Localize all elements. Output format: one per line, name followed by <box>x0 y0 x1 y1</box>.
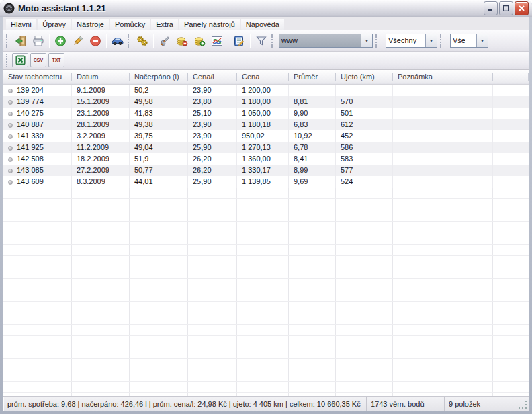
delete-record-button[interactable] <box>87 32 104 50</box>
column-header-fuel[interactable]: Načerpáno (l) <box>130 70 188 84</box>
table-cell: 501 <box>336 108 393 119</box>
table-cell <box>3 302 72 313</box>
toolbar-grip[interactable] <box>6 34 11 48</box>
toolbar-grip[interactable] <box>6 54 11 67</box>
column-header-note[interactable]: Poznámka <box>393 70 493 84</box>
column-header-distance[interactable]: Ujeto (km) <box>336 70 393 84</box>
vehicle-filter-combo[interactable]: Všechny ▼ <box>386 34 437 48</box>
table-cell: 143 609 <box>3 176 72 188</box>
table-row[interactable]: 140 88728.1.200949,3823,901 180,186,8361… <box>3 119 529 130</box>
resize-grip[interactable] <box>519 401 527 409</box>
excel-export-button[interactable] <box>12 53 28 67</box>
minimize-button[interactable] <box>484 1 498 15</box>
table-cell <box>3 313 72 324</box>
toolbar-grip[interactable] <box>271 34 276 48</box>
menu-panely-nastroju[interactable]: Panely nástrojů <box>179 19 240 30</box>
table-row[interactable]: 141 92511.2.200949,0425,901 270,136,7858… <box>3 142 529 153</box>
table-row[interactable]: 141 3393.2.200939,7523,90950,0210,92452 <box>3 130 529 142</box>
tools-button[interactable] <box>156 32 173 50</box>
table-cell: 26,20 <box>188 153 237 165</box>
toolbar-grip[interactable] <box>128 34 132 48</box>
expenses-button[interactable] <box>173 32 191 50</box>
vehicle-button[interactable] <box>109 32 126 50</box>
record-bullet-icon <box>8 180 13 185</box>
menu-upravy[interactable]: Úpravy <box>38 19 71 30</box>
table-cell: 23,90 <box>188 119 237 130</box>
table-row[interactable]: 139 2049.1.200950,223,901 200,00------ <box>3 85 529 96</box>
table-cell <box>130 233 188 244</box>
table-row[interactable]: 143 6098.3.200944,0125,901 139,859,69524 <box>3 176 529 188</box>
table-cell <box>393 165 493 176</box>
table-row[interactable]: 140 27523.1.200941,8325,101 050,009,9050… <box>3 108 529 119</box>
income-button[interactable] <box>191 32 208 50</box>
print-button[interactable] <box>30 32 47 50</box>
column-header-price[interactable]: Cena <box>237 70 289 84</box>
table-cell <box>237 267 289 278</box>
table-cell: 1 270,13 <box>237 142 289 153</box>
table-cell <box>289 302 336 313</box>
table-cell <box>130 188 188 198</box>
table-cell <box>188 302 237 313</box>
table-cell: 15.1.2009 <box>72 96 130 108</box>
close-button[interactable] <box>515 1 529 15</box>
column-header-price-per-liter[interactable]: Cena/l <box>188 70 237 84</box>
table-cell <box>188 222 237 233</box>
table-cell <box>393 96 493 108</box>
filter-button[interactable] <box>253 32 270 50</box>
chevron-down-icon[interactable]: ▼ <box>361 34 372 47</box>
menu-hlavni[interactable]: Hlavní <box>6 19 36 30</box>
chevron-down-icon[interactable]: ▼ <box>476 34 488 47</box>
menu-nastroje[interactable]: Nástroje <box>72 19 109 30</box>
table-cell <box>493 85 529 96</box>
toolbar-grip[interactable] <box>375 34 380 48</box>
search-combo[interactable]: www ▼ <box>279 34 373 48</box>
table-cell: 27.2.2009 <box>72 165 130 176</box>
table-cell <box>336 210 393 221</box>
column-header-average[interactable]: Průměr <box>289 70 336 84</box>
range-filter-combo[interactable]: Vše ▼ <box>450 34 488 48</box>
table-header: Stav tachometru Datum Načerpáno (l) Cena… <box>3 70 529 85</box>
chevron-down-icon[interactable]: ▼ <box>425 34 437 47</box>
menu-pomucky[interactable]: Pomůcky <box>110 19 150 30</box>
edit-record-button[interactable] <box>69 32 87 50</box>
column-header-date[interactable]: Datum <box>72 70 130 84</box>
table-cell <box>237 325 289 335</box>
csv-export-button[interactable]: CSV <box>30 53 46 67</box>
table-cell <box>72 245 130 255</box>
table-cell: 1 360,00 <box>237 153 289 165</box>
table-cell <box>336 290 393 301</box>
table-cell <box>72 290 130 301</box>
table-cell <box>493 290 529 301</box>
column-header-odometer[interactable]: Stav tachometru <box>3 70 72 84</box>
txt-export-button[interactable]: TXT <box>48 53 64 67</box>
toolbar-grip[interactable] <box>440 34 445 48</box>
table-row[interactable]: 139 77415.1.200949,5823,801 180,008,8157… <box>3 96 529 108</box>
empty-table-row <box>3 370 529 382</box>
settings-button[interactable] <box>134 32 151 50</box>
table-cell <box>72 336 130 347</box>
maximize-button[interactable] <box>499 1 513 15</box>
notes-button[interactable] <box>230 32 248 50</box>
exit-button[interactable] <box>12 32 30 50</box>
add-record-button[interactable] <box>52 32 69 50</box>
statistics-button[interactable] <box>208 32 226 50</box>
table-row[interactable]: 143 08527.2.200950,7726,201 330,178,9957… <box>3 165 529 176</box>
table-cell <box>493 256 529 267</box>
table-cell <box>237 290 289 301</box>
table-cell <box>493 382 529 392</box>
table-cell <box>72 370 130 381</box>
table-cell <box>493 267 529 278</box>
menu-napoveda[interactable]: Nápověda <box>241 19 284 30</box>
table-cell <box>393 290 493 301</box>
table-cell: 1 180,00 <box>237 96 289 108</box>
empty-table-row <box>3 233 529 245</box>
table-cell <box>289 210 336 221</box>
table-cell <box>130 313 188 324</box>
empty-table-row <box>3 199 529 210</box>
table-cell <box>393 119 493 130</box>
table-cell: 142 508 <box>3 153 72 165</box>
table-row[interactable]: 142 50818.2.200951,926,201 360,008,41583 <box>3 153 529 165</box>
table-cell <box>237 256 289 267</box>
table-cell <box>188 210 237 221</box>
menu-extra[interactable]: Extra <box>151 19 178 30</box>
